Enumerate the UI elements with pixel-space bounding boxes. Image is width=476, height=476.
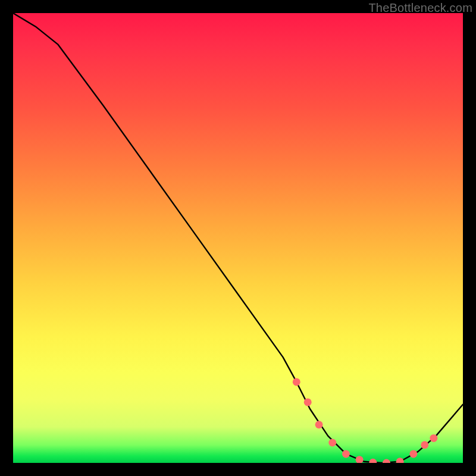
plot-area — [13, 13, 463, 463]
chart-stage: TheBottleneck.com — [0, 0, 476, 476]
background-gradient — [13, 13, 463, 463]
watermark-text: TheBottleneck.com — [368, 1, 472, 15]
